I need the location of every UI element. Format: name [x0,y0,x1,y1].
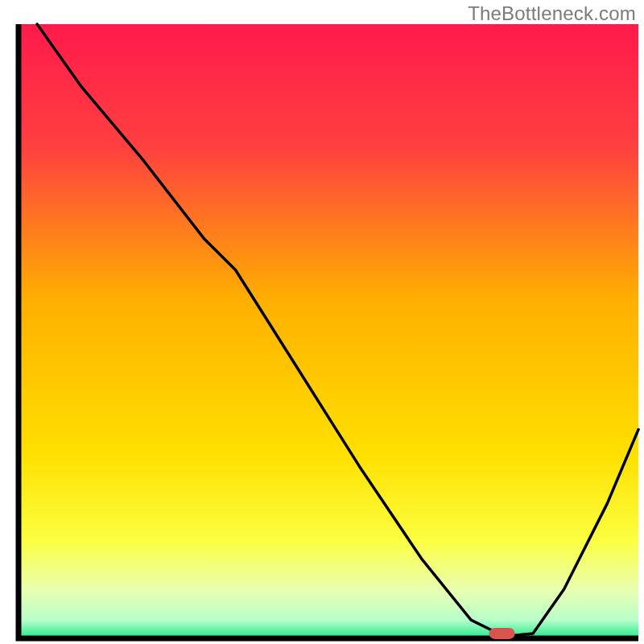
chart-frame: TheBottleneck.com [0,0,644,644]
gradient-background [19,24,638,638]
bottleneck-chart [0,0,644,644]
optimum-marker [489,628,515,639]
